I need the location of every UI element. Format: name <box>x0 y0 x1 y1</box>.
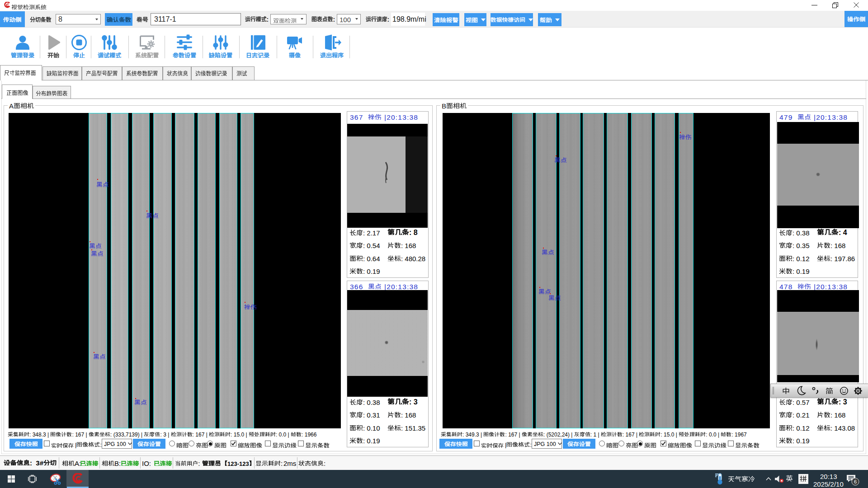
svg-text:6: 6 <box>854 479 857 484</box>
